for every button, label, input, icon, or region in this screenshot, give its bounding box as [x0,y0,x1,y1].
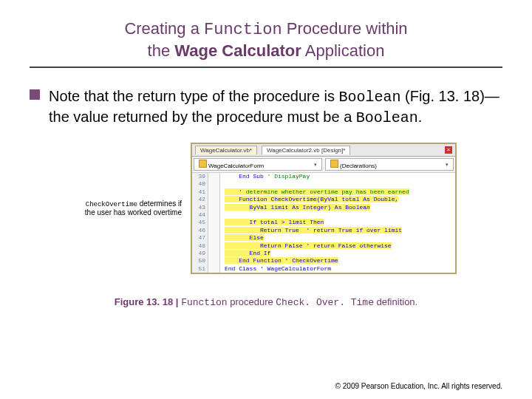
code-text: Else [220,234,455,242]
line-number: 41 [192,188,208,196]
code-line: 45 If total > limit Then [192,219,455,226]
gutter [208,242,220,250]
line-number: 40 [192,180,208,188]
slide-title: Creating a Function Procedure within the… [30,18,502,61]
chevron-down-icon: ▾ [314,162,317,168]
code-text: Return True ' return True if over limit [220,227,455,234]
code-text [220,211,455,219]
code-line: 41 ' determine whether overtime pay has … [192,188,455,196]
body-text-1: Note that the return type of the procedu… [49,88,338,104]
bullet-row: Note that the return type of the procedu… [30,86,502,128]
code-text: Function CheckOvertime(ByVal total As Do… [220,196,455,203]
figure-area: CheckOvertime determines if the user has… [30,143,502,274]
body-paragraph: Note that the return type of the procedu… [49,86,502,128]
line-number: 39 [192,173,208,180]
gutter [208,265,220,273]
line-number: 48 [192,242,208,250]
dropdown-right-label: (Declarations) [340,163,377,169]
class-icon [199,160,207,168]
code-text: If total > limit Then [220,219,455,226]
code-line: 51End Class ' WageCalculatorForm [192,265,455,273]
code-line: 50 End Function ' CheckOvertime [192,257,455,265]
gutter [208,227,220,234]
figure-caption: Figure 13. 18 | Function procedure Check… [30,296,502,308]
code-line: 42 Function CheckOvertime(ByVal total As… [192,196,455,203]
code-line: 49 End If [192,250,455,257]
gutter [208,204,220,211]
ide-tab-2[interactable]: WageCalculator2.vb [Design]* [262,146,350,154]
ide-dropdown-bar: WageCalculatorForm ▾ (Declarations) ▾ [192,157,455,173]
gutter [208,196,220,203]
line-number: 44 [192,211,208,219]
ide-tab-1[interactable]: WageCalculator.vb* [195,146,257,154]
code-text: End If [220,250,455,257]
gutter [208,180,220,188]
line-number: 49 [192,250,208,257]
close-icon[interactable]: × [445,146,452,154]
title-part4: Application [301,41,385,60]
caption-end: definition. [374,296,417,307]
code-line: 47 Else [192,234,455,242]
declarations-icon [330,160,338,168]
code-line: 48 Return False ' return False otherwise [192,242,455,250]
code-text: ByVal limit As Integer) As Boolean [220,204,455,211]
body-boolean-1: Boolean [338,89,400,106]
bullet-icon [30,89,40,100]
line-number: 47 [192,234,208,242]
caption-mid: procedure [228,296,276,307]
dropdown-left-label: WageCalculatorForm [208,163,264,169]
gutter [208,219,220,226]
chevron-down-icon: ▾ [446,162,449,168]
ide-dropdown-left[interactable]: WageCalculatorForm ▾ [194,158,322,171]
gutter [208,211,220,219]
code-line: 43 ByVal limit As Integer) As Boolean [192,204,455,211]
body-text-3: . [418,109,423,125]
ide-tab-bar: WageCalculator.vb* WageCalculator2.vb [D… [192,144,455,157]
gutter [208,188,220,196]
code-text: End Class ' WageCalculatorForm [220,265,455,273]
line-number: 42 [192,196,208,203]
gutter [208,234,220,242]
code-text: ' determine whether overtime pay has bee… [220,188,455,196]
line-number: 43 [192,204,208,211]
line-number: 45 [192,219,208,226]
code-text: End Function ' CheckOvertime [220,257,455,265]
line-number: 50 [192,257,208,265]
title-part1: Creating a [124,19,204,38]
copyright-text: © 2009 Pearson Education, Inc. All right… [335,382,502,390]
code-line: 46 Return True ' return True if over lim… [192,227,455,234]
title-part2: Procedure within [282,19,408,38]
line-number: 51 [192,265,208,273]
code-text: End Sub ' DisplayPay [220,173,455,180]
title-function-word: Function [204,21,282,39]
code-editor[interactable]: 39 End Sub ' DisplayPay40 41 ' determine… [192,173,455,273]
caption-mono2: Check. Over. Time [276,297,374,308]
gutter [208,257,220,265]
code-text: Return False ' return False otherwise [220,242,455,250]
caption-mono1: Function [181,297,227,308]
gutter [208,250,220,257]
line-number: 46 [192,227,208,234]
annotation-code: CheckOvertime [86,201,137,208]
body-boolean-2: Boolean [356,109,418,126]
title-part3: the [148,41,175,60]
caption-label: Figure 13. 18 | [115,296,181,307]
code-line: 39 End Sub ' DisplayPay [192,173,455,180]
title-underline [30,66,502,68]
ide-dropdown-right[interactable]: (Declarations) ▾ [325,158,454,171]
code-line: 40 [192,180,455,188]
code-text [220,180,455,188]
gutter [208,173,220,180]
figure-annotation: CheckOvertime determines if the user has… [75,200,186,218]
ide-screenshot: WageCalculator.vb* WageCalculator2.vb [D… [191,143,457,274]
code-line: 44 [192,211,455,219]
title-app-name: Wage Calculator [174,41,301,60]
